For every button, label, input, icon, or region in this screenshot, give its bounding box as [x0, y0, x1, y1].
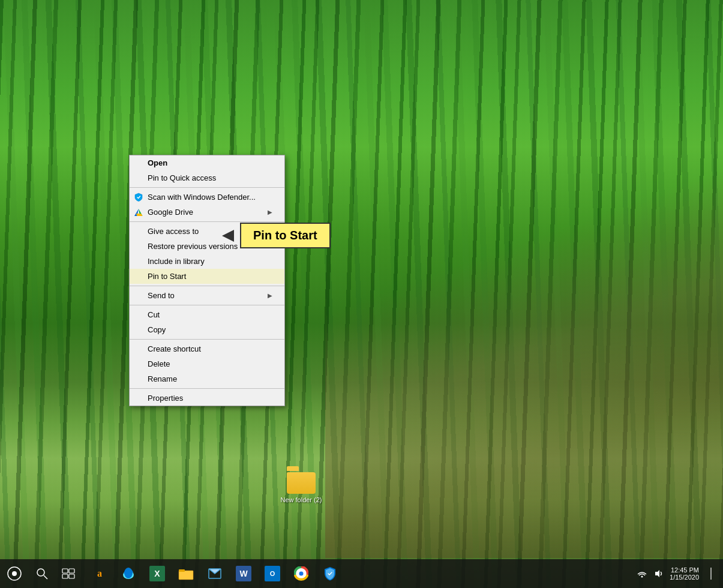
taskbar-security-icon[interactable] [317, 560, 343, 587]
folder-body [287, 472, 316, 494]
tray-clock[interactable]: 12:45 PM 1/15/2020 [670, 566, 699, 581]
callout-label: Pin to Start [253, 229, 317, 242]
menu-item-rename[interactable]: Rename [130, 371, 284, 386]
menu-item-scan-defender-label: Scan with Windows Defender... [148, 193, 256, 202]
network-icon [637, 569, 647, 578]
taskbar-file-explorer-icon[interactable] [173, 560, 199, 587]
menu-item-cut-label: Cut [148, 310, 160, 319]
send-to-submenu-arrow: ▶ [268, 292, 272, 299]
show-desktop-button[interactable] [704, 568, 716, 580]
menu-separator-1 [130, 187, 284, 188]
taskbar-word-icon[interactable]: W [230, 560, 257, 587]
svg-rect-14 [179, 571, 193, 580]
svg-marker-23 [655, 570, 659, 577]
taskbar-amazon-icon[interactable]: a [86, 560, 113, 587]
folder-label: New folder (2) [280, 496, 322, 504]
taskbar: a X [0, 559, 723, 588]
menu-separator-3 [130, 286, 284, 286]
outlook-logo: O [265, 566, 280, 581]
menu-item-pin-quick-access[interactable]: Pin to Quick access [130, 170, 284, 185]
svg-rect-9 [69, 569, 74, 573]
show-desktop-icon [708, 568, 712, 580]
menu-item-include-library-label: Include in library [148, 257, 205, 266]
start-icon [7, 566, 22, 581]
menu-item-open-label: Open [148, 158, 167, 167]
context-menu: Open Pin to Quick access Scan with Windo… [129, 155, 285, 406]
menu-item-cut[interactable]: Cut [130, 307, 284, 322]
folder-image [287, 470, 316, 494]
callout-box: Pin to Start [240, 223, 331, 248]
menu-separator-5 [130, 339, 284, 340]
menu-item-give-access-label: Give access to [148, 227, 199, 236]
word-logo: W [236, 566, 251, 581]
menu-item-google-drive-label: Google Drive [148, 208, 193, 217]
desktop: New folder (2) Open Pin to Quick access … [0, 0, 723, 588]
menu-item-send-to-label: Send to [148, 291, 175, 300]
taskbar-outlook-icon[interactable]: O [259, 560, 286, 587]
edge-icon-svg [121, 566, 136, 581]
tray-time: 12:45 PM [671, 566, 699, 574]
menu-item-delete-label: Delete [148, 359, 170, 368]
menu-separator-4 [130, 305, 284, 305]
svg-marker-2 [136, 214, 143, 216]
desktop-folder-icon[interactable]: New folder (2) [277, 470, 325, 504]
volume-icon [654, 569, 664, 578]
menu-item-pin-quick-access-label: Pin to Quick access [148, 173, 216, 182]
menu-item-delete[interactable]: Delete [130, 356, 284, 371]
menu-item-rename-label: Rename [148, 374, 177, 383]
email-icon-svg [208, 568, 222, 580]
taskbar-edge-icon[interactable] [115, 560, 142, 587]
menu-separator-2 [130, 221, 284, 222]
taskbar-excel-icon[interactable]: X [144, 560, 170, 587]
menu-item-properties-label: Properties [148, 394, 183, 403]
search-icon [36, 568, 48, 580]
taskbar-media-icon[interactable] [202, 560, 228, 587]
menu-item-properties[interactable]: Properties [130, 391, 284, 406]
menu-item-pin-start[interactable]: Pin to Start [130, 269, 284, 284]
tray-date: 1/15/2020 [670, 574, 699, 581]
menu-item-create-shortcut-label: Create shortcut [148, 344, 201, 353]
file-explorer-icon-svg [178, 567, 194, 580]
menu-item-scan-defender[interactable]: Scan with Windows Defender... [130, 190, 284, 205]
google-drive-icon [133, 207, 144, 218]
taskbar-pinned-icons: a X [82, 560, 629, 587]
task-view-button[interactable] [55, 560, 82, 587]
svg-line-7 [44, 575, 47, 579]
folder-tab [287, 466, 299, 471]
defender-icon [133, 192, 144, 203]
tray-network-icon[interactable] [636, 568, 648, 580]
svg-rect-10 [62, 574, 68, 578]
menu-item-send-to[interactable]: Send to ▶ [130, 288, 284, 303]
menu-item-copy[interactable]: Copy [130, 322, 284, 337]
cortana-button[interactable] [31, 563, 53, 584]
svg-point-22 [641, 576, 643, 578]
taskbar-chrome-icon[interactable] [288, 560, 314, 587]
pin-to-start-callout: Pin to Start [240, 223, 331, 248]
start-button[interactable] [0, 559, 29, 588]
menu-item-google-drive[interactable]: Google Drive ▶ [130, 205, 284, 220]
svg-rect-11 [69, 574, 74, 578]
google-drive-submenu-arrow: ▶ [268, 209, 272, 215]
menu-item-open[interactable]: Open [130, 155, 284, 170]
menu-item-copy-label: Copy [148, 325, 166, 334]
callout-arrow-svg [222, 227, 240, 245]
svg-point-21 [299, 572, 304, 576]
task-view-icon [62, 568, 75, 579]
amazon-logo: a [97, 568, 102, 579]
tray-volume-icon[interactable] [653, 568, 665, 580]
chrome-icon-svg [294, 566, 308, 581]
path-overlay [325, 146, 723, 558]
security-shield-icon [323, 566, 337, 581]
svg-marker-3 [222, 230, 234, 242]
menu-item-include-library[interactable]: Include in library [130, 254, 284, 269]
menu-separator-6 [130, 388, 284, 389]
svg-point-6 [37, 569, 44, 576]
svg-point-5 [12, 571, 17, 576]
menu-item-pin-start-label: Pin to Start [148, 272, 186, 281]
menu-item-create-shortcut[interactable]: Create shortcut [130, 341, 284, 356]
excel-logo: X [149, 566, 165, 581]
system-tray: 12:45 PM 1/15/2020 [629, 566, 723, 581]
svg-rect-8 [62, 569, 68, 573]
